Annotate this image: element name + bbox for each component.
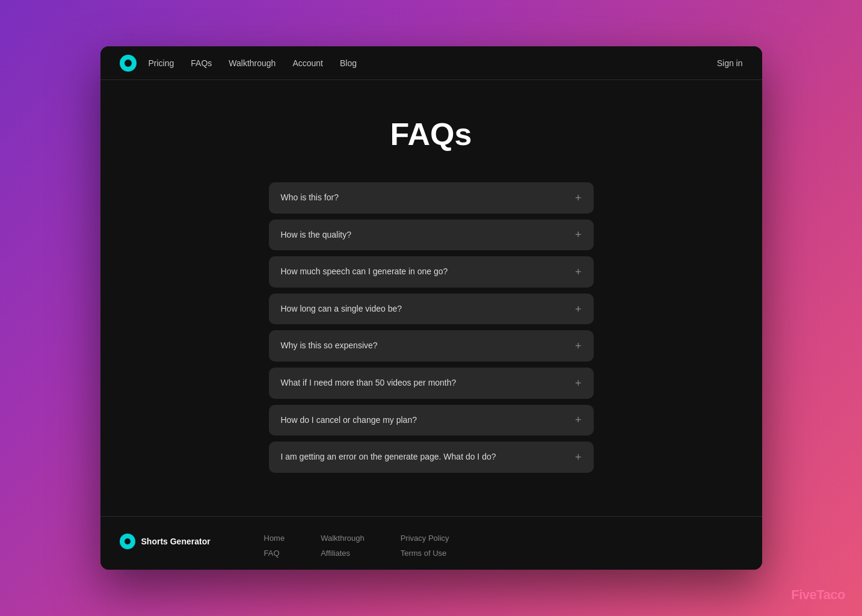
footer-col-1: Home FAQ (264, 534, 285, 558)
footer-link-terms[interactable]: Terms of Use (401, 549, 449, 558)
nav-pricing[interactable]: Pricing (149, 58, 174, 68)
faq-item-0[interactable]: Who is this for? + (269, 182, 594, 214)
fivetaco-name-part1: Five (791, 587, 816, 602)
navigation: Pricing FAQs Walkthrough Account Blog Si… (100, 46, 762, 80)
footer-brand-name: Shorts Generator (141, 537, 211, 546)
faq-item-4[interactable]: Why is this so expensive? + (269, 330, 594, 362)
nav-account[interactable]: Account (292, 58, 323, 68)
nav-faqs[interactable]: FAQs (191, 58, 212, 68)
footer-logo-inner (125, 538, 131, 544)
nav-logo-inner (125, 60, 132, 67)
nav-logo (120, 55, 137, 72)
faq-expand-icon-0: + (575, 192, 582, 203)
faq-item-2[interactable]: How much speech can I generate in one go… (269, 256, 594, 288)
footer-link-walkthrough[interactable]: Walkthrough (321, 534, 365, 543)
fivetaco-branding: FiveTaco (791, 587, 845, 603)
faq-item-6[interactable]: How do I cancel or change my plan? + (269, 405, 594, 436)
faq-item-3[interactable]: How long can a single video be? + (269, 294, 594, 325)
faq-question-7: I am getting an error on the generate pa… (281, 451, 575, 463)
faq-item-7[interactable]: I am getting an error on the generate pa… (269, 442, 594, 473)
footer-brand: Shorts Generator (120, 534, 228, 549)
faq-question-6: How do I cancel or change my plan? (281, 414, 575, 427)
footer-col-3: Privacy Policy Terms of Use (401, 534, 449, 558)
browser-window: Pricing FAQs Walkthrough Account Blog Si… (100, 46, 762, 570)
fivetaco-name-part2: Taco (816, 587, 845, 602)
faq-question-3: How long can a single video be? (281, 303, 575, 315)
footer-col-2: Walkthrough Affiliates (321, 534, 365, 558)
faq-item-5[interactable]: What if I need more than 50 videos per m… (269, 368, 594, 399)
faq-expand-icon-2: + (575, 266, 582, 277)
faq-question-2: How much speech can I generate in one go… (281, 266, 575, 278)
main-content: FAQs Who is this for? + How is the quali… (100, 80, 762, 516)
faq-expand-icon-6: + (575, 414, 582, 425)
nav-walkthrough[interactable]: Walkthrough (229, 58, 276, 68)
faq-item-1[interactable]: How is the quality? + (269, 220, 594, 251)
sign-in-button[interactable]: Sign in (717, 58, 743, 68)
page-title: FAQs (390, 116, 472, 152)
footer-link-faq[interactable]: FAQ (264, 549, 285, 558)
nav-links: Pricing FAQs Walkthrough Account Blog (149, 58, 717, 68)
footer-logo (120, 534, 135, 549)
faq-expand-icon-5: + (575, 378, 582, 389)
faq-list: Who is this for? + How is the quality? +… (269, 182, 594, 473)
faq-question-0: Who is this for? (281, 192, 575, 204)
footer: Shorts Generator Home FAQ Walkthrough Af… (100, 516, 762, 570)
faq-expand-icon-3: + (575, 304, 582, 315)
faq-question-1: How is the quality? (281, 229, 575, 241)
faq-expand-icon-7: + (575, 452, 582, 463)
footer-link-affiliates[interactable]: Affiliates (321, 549, 365, 558)
footer-inner: Shorts Generator Home FAQ Walkthrough Af… (120, 534, 743, 558)
faq-question-4: Why is this so expensive? (281, 340, 575, 352)
footer-link-home[interactable]: Home (264, 534, 285, 543)
nav-blog[interactable]: Blog (340, 58, 357, 68)
faq-expand-icon-4: + (575, 340, 582, 351)
faq-question-5: What if I need more than 50 videos per m… (281, 377, 575, 389)
faq-expand-icon-1: + (575, 229, 582, 240)
footer-link-privacy[interactable]: Privacy Policy (401, 534, 449, 543)
